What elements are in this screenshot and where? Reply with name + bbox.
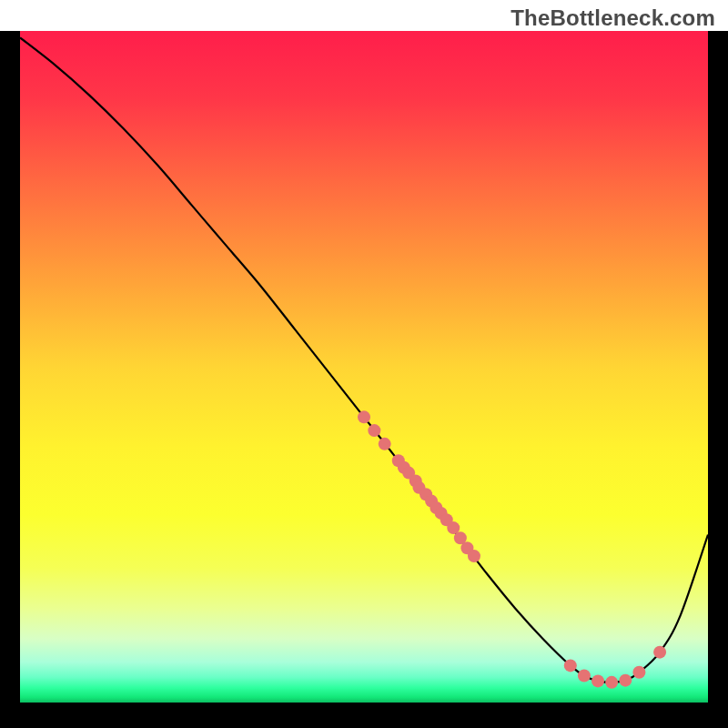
data-point bbox=[368, 424, 380, 437]
data-point bbox=[379, 438, 391, 450]
frame bbox=[0, 703, 728, 728]
frame bbox=[708, 31, 728, 728]
watermark-text: TheBottleneck.com bbox=[511, 5, 715, 31]
data-point bbox=[578, 669, 591, 682]
data-point bbox=[653, 646, 666, 659]
data-point bbox=[468, 550, 480, 562]
frame bbox=[0, 31, 20, 728]
data-point bbox=[564, 659, 577, 672]
data-point bbox=[605, 676, 618, 689]
plot-background bbox=[20, 31, 708, 703]
bottleneck-chart bbox=[0, 0, 728, 728]
data-point bbox=[632, 666, 645, 679]
chart-container: TheBottleneck.com bbox=[0, 0, 728, 728]
data-point bbox=[619, 674, 632, 687]
data-point bbox=[358, 410, 370, 423]
data-point bbox=[592, 674, 604, 687]
